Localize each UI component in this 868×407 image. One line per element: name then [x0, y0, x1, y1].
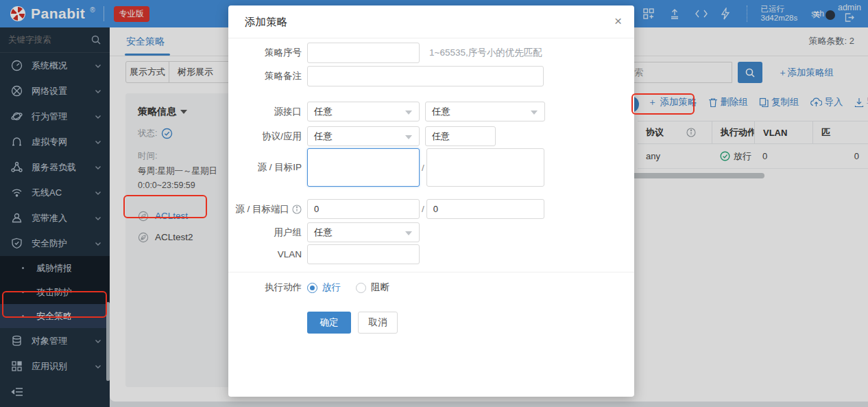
src-interface-select-1[interactable]: 任意: [307, 102, 420, 121]
dst-port-input[interactable]: [426, 199, 544, 219]
modal-buttons: 确定 取消: [307, 312, 398, 334]
port-separator: /: [422, 204, 424, 214]
select-caret-icon: [405, 135, 412, 139]
modal-section-divider: [228, 272, 634, 272]
panabit-app: Panabit ® 专业版: [0, 0, 868, 407]
ip-row: 源 / 目标IP /: [228, 148, 544, 187]
src-ip-textarea[interactable]: [307, 148, 420, 187]
radio-block[interactable]: [356, 283, 366, 293]
radio-dot: [310, 286, 315, 290]
select-caret-icon: [405, 111, 412, 115]
modal-title: 添加策略: [245, 15, 287, 30]
seq-input[interactable]: [307, 43, 420, 63]
seq-hint: 1~65535,序号小的优先匹配: [429, 47, 542, 59]
ip-label: 源 / 目标IP: [228, 161, 302, 174]
protocol-select[interactable]: 任意: [307, 126, 420, 146]
remark-input[interactable]: [307, 66, 544, 86]
radio-allow[interactable]: [307, 283, 317, 293]
protocol-label: 协议/应用: [228, 130, 302, 143]
radio-allow-label[interactable]: 放行: [322, 281, 341, 294]
action-label: 执行动作: [228, 281, 302, 294]
src-interface-select-2[interactable]: 任意: [425, 102, 545, 121]
vlan-label: VLAN: [228, 249, 302, 259]
remark-row: 策略备注: [228, 66, 544, 86]
usergroup-row: 用户组 任意: [228, 222, 420, 242]
protocol-app-input[interactable]: [425, 126, 496, 146]
select-caret-icon: [405, 231, 412, 235]
info-icon[interactable]: [292, 205, 302, 214]
close-icon[interactable]: ×: [614, 12, 622, 30]
protocol-row: 协议/应用 任意: [228, 126, 496, 146]
select-caret-icon: [531, 111, 538, 115]
remark-label: 策略备注: [228, 70, 302, 82]
dst-ip-textarea[interactable]: [426, 148, 544, 187]
radio-block-label[interactable]: 阻断: [371, 281, 389, 294]
vlan-row: VLAN: [228, 244, 420, 264]
modal-title-divider: [228, 38, 634, 38]
vlan-input[interactable]: [307, 244, 420, 264]
add-policy-modal: 添加策略 × 策略序号 1~65535,序号小的优先匹配 策略备注 源接口 任意…: [228, 5, 634, 397]
port-row: 源 / 目标端口 /: [228, 199, 544, 219]
src-interface-label: 源接口: [228, 106, 302, 118]
confirm-button[interactable]: 确定: [307, 312, 351, 334]
usergroup-label: 用户组: [228, 226, 302, 239]
src-port-input[interactable]: [307, 199, 420, 219]
action-row: 执行动作 放行 阻断: [228, 281, 405, 294]
src-interface-row: 源接口 任意 任意: [228, 102, 545, 121]
seq-label: 策略序号: [228, 47, 302, 59]
usergroup-select[interactable]: 任意: [307, 222, 420, 242]
cancel-button[interactable]: 取消: [358, 312, 398, 334]
ip-separator: /: [422, 163, 424, 173]
port-label: 源 / 目标端口: [228, 203, 302, 216]
seq-row: 策略序号 1~65535,序号小的优先匹配: [228, 43, 542, 63]
